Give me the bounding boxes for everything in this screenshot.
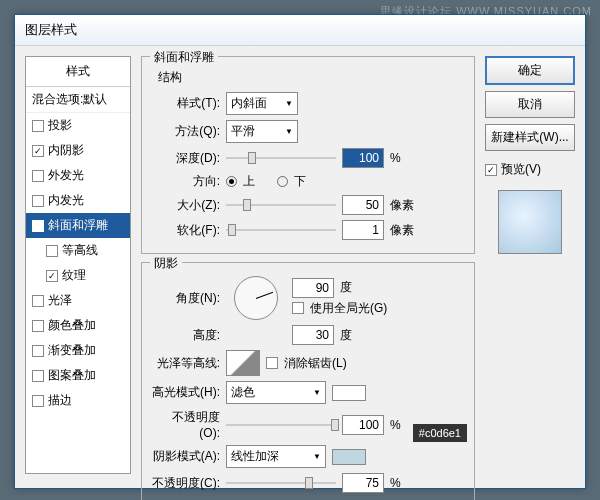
- dialog-title: 图层样式: [15, 15, 585, 46]
- style-checkbox[interactable]: [46, 270, 58, 282]
- style-item-6[interactable]: 纹理: [26, 263, 130, 288]
- depth-slider[interactable]: [226, 151, 336, 165]
- angle-label: 角度(N):: [152, 290, 220, 307]
- style-checkbox[interactable]: [32, 395, 44, 407]
- technique-select[interactable]: 平滑▼: [226, 120, 298, 143]
- style-item-0[interactable]: 投影: [26, 113, 130, 138]
- styles-list-panel: 样式 混合选项:默认 投影内阴影外发光内发光斜面和浮雕等高线纹理光泽颜色叠加渐变…: [25, 56, 131, 474]
- direction-up-radio[interactable]: [226, 176, 237, 187]
- direction-down-radio[interactable]: [277, 176, 288, 187]
- ok-button[interactable]: 确定: [485, 56, 575, 85]
- highlight-mode-select[interactable]: 滤色▼: [226, 381, 326, 404]
- style-item-9[interactable]: 渐变叠加: [26, 338, 130, 363]
- preview-label: 预览(V): [501, 161, 541, 178]
- style-item-label: 内阴影: [48, 142, 84, 159]
- bevel-group: 斜面和浮雕 结构 样式(T): 内斜面▼ 方法(Q): 平滑▼ 深度(D): 1…: [141, 56, 475, 254]
- style-item-label: 渐变叠加: [48, 342, 96, 359]
- shading-title: 阴影: [150, 255, 182, 272]
- unit-px: 像素: [390, 197, 414, 214]
- style-item-5[interactable]: 等高线: [26, 238, 130, 263]
- style-checkbox[interactable]: [32, 220, 44, 232]
- style-item-10[interactable]: 图案叠加: [26, 363, 130, 388]
- style-checkbox[interactable]: [32, 170, 44, 182]
- soften-slider[interactable]: [226, 223, 336, 237]
- angle-input[interactable]: 90: [292, 278, 334, 298]
- style-item-4[interactable]: 斜面和浮雕: [26, 213, 130, 238]
- shadow-mode-select[interactable]: 线性加深▼: [226, 445, 326, 468]
- gloss-contour-picker[interactable]: [226, 350, 260, 376]
- highlight-opacity-input[interactable]: 100: [342, 415, 384, 435]
- shadow-opacity-input[interactable]: 75: [342, 473, 384, 493]
- style-item-label: 纹理: [62, 267, 86, 284]
- highlight-opacity-label: 不透明度(O):: [152, 409, 220, 440]
- style-checkbox[interactable]: [32, 195, 44, 207]
- unit-degree: 度: [340, 279, 352, 296]
- caret-icon: ▼: [313, 388, 321, 397]
- style-item-label: 描边: [48, 392, 72, 409]
- style-checkbox[interactable]: [32, 145, 44, 157]
- new-style-button[interactable]: 新建样式(W)...: [485, 124, 575, 151]
- altitude-input[interactable]: 30: [292, 325, 334, 345]
- styles-header: 样式: [26, 57, 130, 87]
- shading-group: 阴影 角度(N): 90 度 使用全局光(G): [141, 262, 475, 500]
- unit-percent: %: [390, 418, 401, 432]
- style-item-3[interactable]: 内发光: [26, 188, 130, 213]
- style-checkbox[interactable]: [32, 120, 44, 132]
- style-checkbox[interactable]: [32, 295, 44, 307]
- style-item-11[interactable]: 描边: [26, 388, 130, 413]
- altitude-label: 高度:: [152, 327, 220, 344]
- preview-checkbox[interactable]: [485, 164, 497, 176]
- style-item-2[interactable]: 外发光: [26, 163, 130, 188]
- preview-thumbnail: [498, 190, 562, 254]
- cancel-button[interactable]: 取消: [485, 91, 575, 118]
- caret-icon: ▼: [285, 127, 293, 136]
- style-checkbox[interactable]: [32, 320, 44, 332]
- size-input[interactable]: 50: [342, 195, 384, 215]
- shadow-opacity-slider[interactable]: [226, 476, 336, 490]
- unit-px: 像素: [390, 222, 414, 239]
- caret-icon: ▼: [313, 452, 321, 461]
- style-item-label: 颜色叠加: [48, 317, 96, 334]
- shadow-color-swatch[interactable]: [332, 449, 366, 465]
- soften-input[interactable]: 1: [342, 220, 384, 240]
- bevel-group-title: 斜面和浮雕: [150, 49, 218, 66]
- style-select[interactable]: 内斜面▼: [226, 92, 298, 115]
- style-item-label: 等高线: [62, 242, 98, 259]
- style-item-label: 图案叠加: [48, 367, 96, 384]
- right-button-panel: 确定 取消 新建样式(W)... 预览(V): [485, 56, 575, 474]
- shadow-mode-label: 阴影模式(A):: [152, 448, 220, 465]
- style-label: 样式(T):: [152, 95, 220, 112]
- style-item-7[interactable]: 光泽: [26, 288, 130, 313]
- antialias-label: 消除锯齿(L): [284, 355, 347, 372]
- gloss-contour-label: 光泽等高线:: [152, 355, 220, 372]
- soften-label: 软化(F):: [152, 222, 220, 239]
- caret-icon: ▼: [285, 99, 293, 108]
- style-item-1[interactable]: 内阴影: [26, 138, 130, 163]
- color-tooltip: #c0d6e1: [413, 424, 467, 442]
- highlight-color-swatch[interactable]: [332, 385, 366, 401]
- style-item-label: 投影: [48, 117, 72, 134]
- highlight-opacity-slider[interactable]: [226, 418, 336, 432]
- global-light-label: 使用全局光(G): [310, 300, 387, 317]
- blend-defaults[interactable]: 混合选项:默认: [26, 87, 130, 113]
- depth-label: 深度(D):: [152, 150, 220, 167]
- style-checkbox[interactable]: [32, 345, 44, 357]
- style-item-label: 光泽: [48, 292, 72, 309]
- settings-main: 斜面和浮雕 结构 样式(T): 内斜面▼ 方法(Q): 平滑▼ 深度(D): 1…: [141, 56, 475, 474]
- depth-input[interactable]: 100: [342, 148, 384, 168]
- style-item-label: 外发光: [48, 167, 84, 184]
- style-item-label: 斜面和浮雕: [48, 217, 108, 234]
- technique-label: 方法(Q):: [152, 123, 220, 140]
- highlight-mode-label: 高光模式(H):: [152, 384, 220, 401]
- size-slider[interactable]: [226, 198, 336, 212]
- global-light-checkbox[interactable]: [292, 302, 304, 314]
- layer-style-dialog: 图层样式 样式 混合选项:默认 投影内阴影外发光内发光斜面和浮雕等高线纹理光泽颜…: [14, 14, 586, 489]
- style-item-8[interactable]: 颜色叠加: [26, 313, 130, 338]
- shadow-opacity-label: 不透明度(C):: [152, 475, 220, 492]
- angle-dial[interactable]: [234, 276, 278, 320]
- style-item-label: 内发光: [48, 192, 84, 209]
- style-checkbox[interactable]: [32, 370, 44, 382]
- unit-percent: %: [390, 151, 401, 165]
- antialias-checkbox[interactable]: [266, 357, 278, 369]
- style-checkbox[interactable]: [46, 245, 58, 257]
